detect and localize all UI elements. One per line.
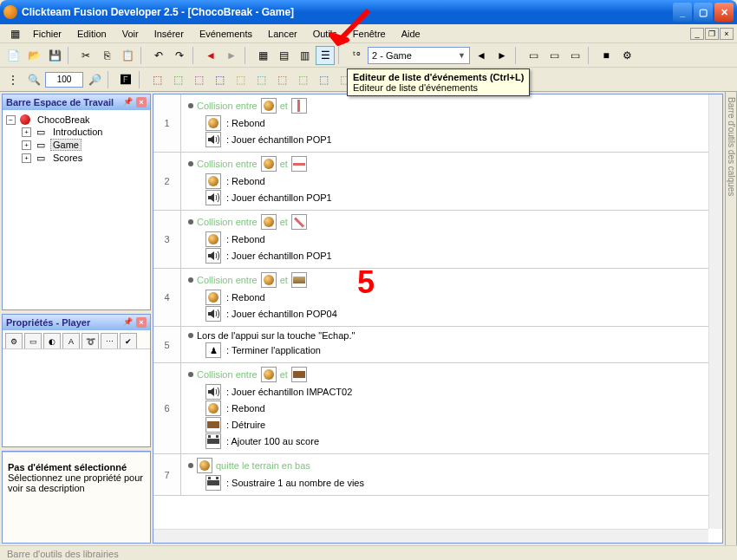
run-frame-button[interactable]: ▭ [565, 46, 584, 65]
menu-fenetre[interactable]: Fenêtre [346, 27, 393, 41]
expand-icon[interactable]: + [22, 127, 31, 137]
ext3-button[interactable]: ⬚ [189, 70, 208, 89]
zoom-out-button[interactable]: 🔍 [24, 70, 43, 89]
ball-icon [261, 214, 277, 230]
menu-lancer[interactable]: Lancer [261, 27, 304, 41]
save-button[interactable]: 💾 [45, 46, 64, 65]
ext2-button[interactable]: ⬚ [168, 70, 187, 89]
ext1-button[interactable]: ⬚ [147, 70, 166, 89]
pin-icon[interactable]: 📌 [123, 97, 134, 107]
action-line[interactable]: : Détruire [188, 417, 715, 433]
action-line[interactable]: : Rebond [188, 115, 715, 131]
action-line[interactable]: : Rebond [188, 400, 715, 416]
menu-fichier[interactable]: Fichier [26, 27, 68, 41]
pin-icon[interactable]: 📌 [123, 317, 134, 328]
panel-close-button[interactable]: × [136, 317, 147, 328]
action-line[interactable]: : Jouer échantillon POP1 [188, 248, 715, 264]
action-text: : Rebond [226, 234, 265, 244]
tree-item-game[interactable]: + ▭ Game [22, 138, 147, 152]
action-line[interactable]: : Rebond [188, 231, 715, 247]
ext5-button[interactable]: ⬚ [231, 70, 250, 89]
event-list[interactable]: 1Collision entreet: Rebond: Jouer échant… [153, 94, 722, 543]
back-button[interactable]: ◄ [201, 46, 220, 65]
frame-editor-button[interactable]: ▤ [274, 46, 293, 65]
menu-outils[interactable]: Outils [306, 27, 344, 41]
next-frame-button[interactable]: ► [492, 46, 512, 65]
minimize-button[interactable]: _ [673, 3, 692, 22]
ext8-button[interactable]: ⬚ [293, 70, 312, 89]
event-list-editor-button[interactable]: ☰ [316, 46, 335, 65]
prop-tab-7[interactable]: ✔ [120, 333, 137, 348]
settings-button[interactable]: ⚙ [617, 46, 636, 65]
open-button[interactable]: 📂 [24, 46, 43, 65]
expand-icon[interactable]: + [22, 153, 31, 163]
zoom-in-button[interactable]: 🔎 [85, 70, 104, 89]
tree-item-introduction[interactable]: + ▭ Introduction [22, 126, 147, 138]
library-toolbar[interactable]: Barre d'outils des librairies [0, 545, 737, 560]
vertical-scrollbar[interactable] [708, 94, 722, 529]
ext9-button[interactable]: ⬚ [314, 70, 333, 89]
menu-edition[interactable]: Edition [70, 27, 114, 41]
action-line[interactable]: : Soustraire 1 au nombre de vies [188, 475, 715, 491]
tree-item-scores[interactable]: + ▭ Scores [22, 152, 147, 164]
run-app-button[interactable]: ▭ [545, 46, 564, 65]
new-button[interactable]: 📄 [3, 46, 23, 65]
prop-tab-4[interactable]: A [62, 333, 80, 348]
prop-tab-1[interactable]: ⚙ [5, 333, 23, 348]
font-button[interactable]: 🅵 [116, 70, 135, 89]
action-line[interactable]: ♟: Terminer l'application [188, 342, 715, 358]
mdi-minimize-button[interactable]: _ [690, 28, 704, 40]
event-row: 5Lors de l'appui sur la touche "Echap."♟… [153, 327, 722, 363]
action-line[interactable]: : Jouer échantillon POP04 [188, 306, 715, 322]
expand-icon[interactable]: − [6, 115, 16, 125]
prop-tab-2[interactable]: ▭ [24, 333, 42, 348]
close-button[interactable]: ✕ [714, 3, 734, 22]
action-line[interactable]: : Rebond [188, 290, 715, 305]
menu-evenements[interactable]: Evénements [192, 27, 259, 41]
forward-button[interactable]: ► [222, 46, 241, 65]
run-project-button[interactable]: ▭ [524, 46, 543, 65]
stop-button[interactable]: ■ [597, 46, 616, 65]
undo-button[interactable]: ↶ [149, 46, 168, 65]
redo-button[interactable]: ↷ [170, 46, 189, 65]
menu-aide[interactable]: Aide [395, 27, 427, 41]
action-line[interactable]: : Jouer échantillon POP1 [188, 190, 715, 205]
cut-button[interactable]: ✂ [76, 46, 95, 65]
condition-line[interactable]: quitte le terrain en bas [188, 458, 715, 473]
menu-voir[interactable]: Voir [115, 27, 146, 41]
zoom-input[interactable] [45, 72, 83, 88]
prev-frame-button[interactable]: ◄ [472, 46, 491, 65]
mdi-restore-button[interactable]: ❐ [705, 28, 719, 40]
action-line[interactable]: : Jouer échantillon POP1 [188, 132, 715, 147]
expand-icon[interactable]: + [22, 140, 31, 150]
data-editor-button[interactable]: ᵗᵒ [347, 46, 366, 65]
prop-tab-6[interactable]: ⋯ [101, 333, 118, 348]
horizontal-scrollbar[interactable] [153, 529, 708, 543]
ext4-button[interactable]: ⬚ [210, 70, 229, 89]
menu-inserer[interactable]: Insérer [147, 27, 191, 41]
condition-line[interactable]: Collision entreet [188, 156, 715, 172]
frame-selector[interactable]: 2 - Game ▼ [368, 47, 470, 64]
action-line[interactable]: : Rebond [188, 173, 715, 189]
action-line[interactable]: : Ajouter 100 au score [188, 433, 715, 449]
tree-root[interactable]: − ChocoBreak [6, 114, 147, 126]
event-editor-button[interactable]: ▥ [295, 46, 314, 65]
condition-line[interactable]: Collision entreet [188, 272, 715, 288]
action-line[interactable]: : Jouer échantillon IMPACT02 [188, 384, 715, 400]
mdi-close-button[interactable]: × [720, 28, 734, 40]
condition-line[interactable]: Collision entreet [188, 367, 715, 382]
maximize-button[interactable]: ▢ [694, 3, 713, 22]
prop-tab-5[interactable]: ➰ [82, 333, 99, 348]
panel-close-button[interactable]: × [136, 97, 147, 107]
prop-tab-3[interactable]: ◐ [43, 333, 61, 348]
condition-line[interactable]: Lors de l'appui sur la touche "Echap." [188, 330, 715, 341]
copy-button[interactable]: ⎘ [97, 46, 116, 65]
layers-toolbar[interactable]: Barre d'outils des calques [725, 92, 737, 545]
paste-button[interactable]: 📋 [118, 46, 137, 65]
condition-line[interactable]: Collision entreet [188, 214, 715, 230]
ball-icon [205, 115, 221, 131]
storyboard-editor-button[interactable]: ▦ [253, 46, 272, 65]
condition-line[interactable]: Collision entreet [188, 98, 715, 114]
ext7-button[interactable]: ⬚ [272, 70, 291, 89]
ext6-button[interactable]: ⬚ [251, 70, 271, 89]
